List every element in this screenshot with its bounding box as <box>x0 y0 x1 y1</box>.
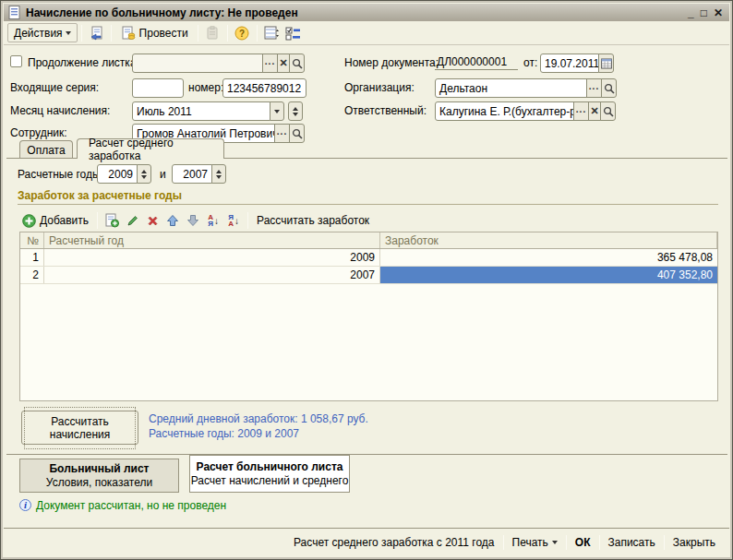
minimize-icon[interactable]: _ <box>688 7 694 18</box>
sort-descending-button[interactable]: ЯА ↓ <box>223 210 244 231</box>
print-button[interactable]: Печать <box>504 536 566 549</box>
svg-text:?: ? <box>239 28 245 38</box>
sort-desc-icon: ЯА <box>228 214 234 227</box>
accrual-month-label: Месяц начисления: <box>10 104 110 117</box>
accrual-month-group: Июль 2011 <box>132 101 284 121</box>
continuation-checkbox[interactable] <box>10 55 22 67</box>
chevron-down-icon <box>66 31 71 35</box>
organization-input[interactable]: Дельтаон <box>435 78 587 98</box>
row1-num[interactable]: 1 <box>20 249 44 266</box>
doc-date-input[interactable]: 19.07.2011 <box>540 54 599 73</box>
accrual-month-value[interactable]: Июль 2011 <box>132 101 270 121</box>
close-button[interactable]: Закрыть <box>665 536 724 549</box>
edit-row-button[interactable] <box>122 210 142 231</box>
help-button[interactable]: ? <box>232 23 253 43</box>
info-icon: i <box>19 499 31 511</box>
title-bar[interactable]: Начисление по больничному листу: Не пров… <box>4 4 729 21</box>
employee-search-icon[interactable] <box>289 124 305 143</box>
responsible-select-button[interactable]: ... <box>573 101 589 121</box>
move-down-button[interactable] <box>183 210 203 231</box>
continuation-field-group: ... ✕ <box>132 54 305 73</box>
save-close-button[interactable] <box>86 23 107 43</box>
close-icon[interactable]: ✕ <box>714 7 723 18</box>
post-button[interactable]: Провести <box>115 23 194 42</box>
calc-accruals-button[interactable]: Рассчитать начисления <box>21 411 138 445</box>
accrual-month-dropdown-icon[interactable] <box>270 101 284 121</box>
settings-checkboxes-icon <box>285 26 300 41</box>
copy-row-button[interactable] <box>102 210 122 231</box>
window-title: Начисление по больничному листу: Не пров… <box>26 6 683 19</box>
main-toolbar: Действия Провести ? <box>4 21 729 45</box>
organization-select-button[interactable]: ... <box>586 78 602 98</box>
delete-row-button[interactable] <box>142 210 162 231</box>
col-header-amount[interactable]: Заработок <box>380 232 717 248</box>
move-down-icon <box>186 214 199 227</box>
delete-cross-icon <box>147 215 159 227</box>
row2-num[interactable]: 2 <box>20 267 44 283</box>
status-message: Документ рассчитан, но не проведен <box>36 499 226 512</box>
maximize-icon[interactable]: □ <box>701 7 707 18</box>
move-up-button[interactable] <box>162 210 183 231</box>
earnings-table[interactable]: № Расчетный год Заработок 1 2009 365 478… <box>19 232 718 401</box>
add-row-button[interactable]: Добавить <box>18 212 93 230</box>
calc-year2-input[interactable]: 2007 <box>172 164 212 184</box>
move-up-icon <box>166 214 179 227</box>
col-header-num[interactable]: № <box>20 232 44 248</box>
section-divider <box>18 204 718 205</box>
doc-date-label: от: <box>523 56 537 69</box>
edit-pencil-icon <box>126 214 139 228</box>
paste-button-disabled[interactable] <box>202 23 223 43</box>
row2-amount-selected-cell[interactable]: 407 352,80 <box>380 267 717 283</box>
row2-year[interactable]: 2007 <box>44 267 380 283</box>
calc-years-conjunction: и <box>160 168 166 181</box>
continuation-input[interactable] <box>132 54 263 73</box>
continuation-search-icon[interactable] <box>289 54 305 73</box>
col-header-year[interactable]: Расчетный год <box>44 232 380 248</box>
incoming-series-group <box>132 78 184 98</box>
tab-payment[interactable]: Оплата <box>19 140 73 159</box>
copy-icon <box>104 213 119 228</box>
responsible-search-icon[interactable] <box>600 101 616 121</box>
employee-select-button[interactable]: ... <box>274 124 290 143</box>
continuation-clear-icon[interactable]: ✕ <box>277 54 290 73</box>
settings-checkboxes-button[interactable] <box>282 23 304 43</box>
list-rows-button[interactable] <box>261 23 282 43</box>
doc-number-value[interactable]: ДЛ000000001 <box>435 55 518 70</box>
post-icon <box>121 26 137 41</box>
table-row[interactable]: 1 2009 365 478,08 <box>20 249 717 267</box>
calc-year1-group: 2009 <box>97 164 151 184</box>
organization-search-icon[interactable] <box>601 78 617 98</box>
calendar-icon[interactable] <box>598 54 614 73</box>
page-tab-sick-list-calc[interactable]: Расчет больничного листа Расчет начислен… <box>189 455 350 493</box>
incoming-series-label: Входящие серия: <box>10 81 99 94</box>
continuation-select-button[interactable]: ... <box>262 54 278 73</box>
calc-year1-spinner[interactable] <box>137 164 151 184</box>
responsible-clear-icon[interactable]: ✕ <box>588 101 601 121</box>
list-rows-icon <box>264 26 279 41</box>
table-header-row[interactable]: № Расчетный год Заработок <box>20 232 717 249</box>
calc-year1-input[interactable]: 2009 <box>97 164 138 184</box>
doc-number-label: Номер документа: <box>344 56 439 69</box>
save-button[interactable]: Записать <box>600 536 664 549</box>
responsible-input[interactable]: Калугина Е. Р.(бухгалтер-рас <box>435 101 574 121</box>
actions-menu-button[interactable]: Действия <box>7 23 78 42</box>
organization-group: Дельтаон ... <box>435 78 617 98</box>
page-tab-sick-list[interactable]: Больничный лист Условия, показатели <box>19 459 179 493</box>
incoming-series-input[interactable] <box>132 78 184 98</box>
calc-earnings-button[interactable]: Рассчитать заработок <box>252 212 374 229</box>
row1-amount[interactable]: 365 478,08 <box>380 249 717 266</box>
tab-average-earnings[interactable]: Расчет среднего заработка <box>77 138 224 159</box>
row1-year[interactable]: 2009 <box>44 249 380 266</box>
earnings-table-toolbar: Добавить АЯ <box>18 209 374 232</box>
incoming-number-input[interactable]: 123456789012 <box>222 78 306 98</box>
sort-ascending-button[interactable]: АЯ ↓ <box>203 210 223 231</box>
sort-asc-icon: АЯ <box>208 214 213 227</box>
ok-button[interactable]: ОК <box>567 536 599 549</box>
footer-info-label: Расчет среднего заработка с 2011 года <box>285 536 503 549</box>
table-row[interactable]: 2 2007 407 352,80 <box>20 267 717 284</box>
calc-year2-spinner[interactable] <box>211 164 226 184</box>
document-icon <box>8 6 21 19</box>
organization-label: Организация: <box>344 81 415 94</box>
accrual-month-spinner[interactable] <box>288 101 303 121</box>
save-close-icon <box>88 26 104 41</box>
